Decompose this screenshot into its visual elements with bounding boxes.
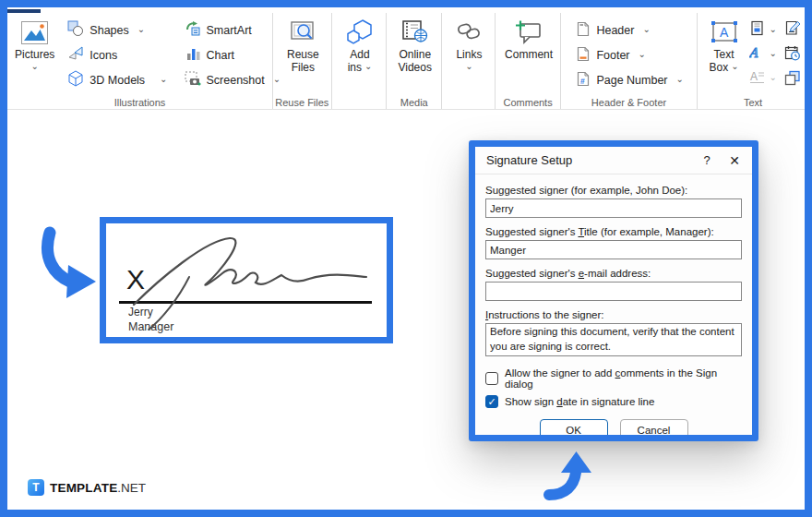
checkbox-checked-icon[interactable]: ✓: [485, 395, 498, 408]
brand-name-bold: TEMPLATE: [50, 481, 117, 495]
comment-label: Comment: [505, 48, 553, 61]
chevron-down-icon: [770, 69, 777, 86]
word-window: Pictures Shapes Icons 3D Models: [7, 7, 805, 510]
signature-line-button[interactable]: [784, 19, 801, 40]
chevron-down-icon: [642, 24, 650, 37]
chevron-down-icon: [731, 61, 738, 74]
signer-email-label: Suggested signer's e-mail address:: [485, 268, 742, 279]
show-sign-date-checkbox-row[interactable]: ✓ Show sign date in signature line: [485, 395, 742, 408]
arrow-annotation-bottom: [543, 448, 596, 505]
signature-line-icon: [784, 20, 801, 40]
ribbon-group-reuse-files: Reuse Files Reuse Files: [273, 13, 332, 109]
icons-icon: [67, 45, 84, 65]
links-label: Links: [456, 48, 482, 61]
chevron-down-icon: [137, 24, 145, 37]
online-videos-label: Online Videos: [398, 48, 431, 74]
checkbox-unchecked-icon[interactable]: [485, 372, 498, 385]
instructions-textarea[interactable]: Before signing this document, verify tha…: [485, 323, 742, 356]
reuse-files-label: Reuse Files: [287, 48, 319, 74]
icons-label: Icons: [90, 49, 117, 62]
ribbon-group-links: Links: [442, 13, 496, 109]
header-footer-group-label: Header & Footer: [561, 97, 696, 108]
3d-models-icon: [67, 70, 84, 90]
svg-text:A: A: [749, 45, 760, 60]
date-time-icon: [784, 45, 801, 65]
date-time-button[interactable]: [784, 44, 801, 65]
template-net-logo: T TEMPLATE.NET: [28, 479, 146, 496]
header-icon: [576, 21, 591, 40]
reuse-files-icon: [289, 18, 316, 46]
online-videos-icon: [401, 18, 429, 46]
ribbon-group-add-ins: Add ins: [332, 13, 388, 109]
text-group-label: Text: [725, 97, 781, 108]
text-box-button[interactable]: A Text Box: [707, 18, 742, 76]
drop-cap-icon: A: [749, 68, 765, 88]
add-ins-button[interactable]: Add ins: [344, 18, 376, 76]
shapes-button[interactable]: Shapes: [66, 18, 169, 42]
chevron-down-icon: [15, 62, 54, 75]
chevron-down-icon: [770, 45, 777, 62]
illustrations-group-label: Illustrations: [7, 97, 272, 108]
footer-label: Footer: [596, 49, 629, 62]
ribbon-group-comments: Comment Comments: [496, 13, 562, 109]
ribbon-group-header-footer: Header Footer # Page Number Header & Foo…: [561, 13, 697, 109]
signer-title-label: Suggested signer's Title (for example, M…: [485, 226, 742, 237]
ribbon-group-media: Online Videos Media: [387, 13, 442, 109]
chevron-down-icon: [770, 21, 777, 38]
quick-parts-icon: [749, 20, 765, 40]
icons-button[interactable]: Icons: [66, 42, 169, 67]
pictures-button[interactable]: Pictures: [13, 18, 56, 76]
3d-models-label: 3D Models: [90, 74, 145, 87]
ok-button[interactable]: OK: [540, 419, 608, 435]
svg-text:#: #: [580, 76, 585, 85]
suggested-signer-input[interactable]: [485, 198, 742, 218]
ribbon-group-illustrations: Pictures Shapes Icons 3D Models: [7, 13, 273, 109]
smartart-button[interactable]: SmartArt: [183, 18, 283, 42]
quick-parts-button[interactable]: [749, 19, 777, 40]
suggested-signer-label: Suggested signer (for example, John Doe)…: [485, 185, 742, 196]
svg-text:A: A: [750, 70, 758, 83]
drop-cap-button[interactable]: A: [749, 67, 777, 88]
instructions-label: Instructions to the signer:: [485, 309, 742, 320]
close-icon[interactable]: ✕: [721, 153, 748, 168]
chart-icon: [185, 45, 201, 65]
chevron-down-icon: [639, 49, 646, 62]
reuse-files-button[interactable]: Reuse Files: [285, 18, 321, 76]
screenshot-button[interactable]: Screenshot: [183, 67, 283, 92]
chevron-down-icon: [364, 61, 372, 74]
chevron-down-icon: [160, 74, 167, 87]
brand-name-light: .NET: [117, 481, 146, 495]
ribbon-insert: Pictures Shapes Icons 3D Models: [7, 13, 805, 110]
cancel-button[interactable]: Cancel: [620, 419, 688, 435]
object-button[interactable]: [784, 69, 801, 90]
allow-comments-checkbox-row[interactable]: Allow the signer to add comments in the …: [485, 367, 742, 390]
comments-group-label: Comments: [496, 97, 561, 108]
comment-button[interactable]: Comment: [503, 18, 555, 63]
footer-button[interactable]: Footer: [574, 42, 686, 67]
signer-email-input[interactable]: [485, 282, 742, 301]
links-button[interactable]: Links: [453, 18, 484, 76]
header-button[interactable]: Header: [574, 18, 686, 42]
ribbon-group-text: A Text Box A A: [698, 13, 805, 109]
comment-icon: [514, 18, 543, 46]
help-button[interactable]: ?: [693, 153, 721, 167]
page-number-icon: #: [576, 71, 591, 90]
dialog-title: Signature Setup: [486, 153, 693, 167]
handwritten-signature: [115, 225, 383, 340]
signer-title-input[interactable]: [485, 240, 742, 259]
signature-setup-dialog: Signature Setup ? ✕ Suggested signer (fo…: [475, 147, 752, 435]
online-videos-button[interactable]: Online Videos: [396, 18, 433, 76]
3d-models-button[interactable]: 3D Models: [66, 67, 169, 92]
chart-label: Chart: [207, 49, 235, 62]
wordart-button[interactable]: A: [749, 43, 777, 64]
chart-button[interactable]: Chart: [183, 42, 283, 67]
shapes-icon: [67, 20, 84, 40]
links-icon: [455, 18, 483, 46]
smartart-icon: [185, 20, 201, 40]
header-label: Header: [596, 24, 634, 37]
chevron-down-icon: [456, 62, 482, 75]
object-icon: [784, 70, 801, 90]
template-logo-icon: T: [28, 479, 44, 496]
page-number-button[interactable]: # Page Number: [574, 67, 686, 92]
signature-line-object[interactable]: X Jerry Manager: [100, 217, 393, 343]
